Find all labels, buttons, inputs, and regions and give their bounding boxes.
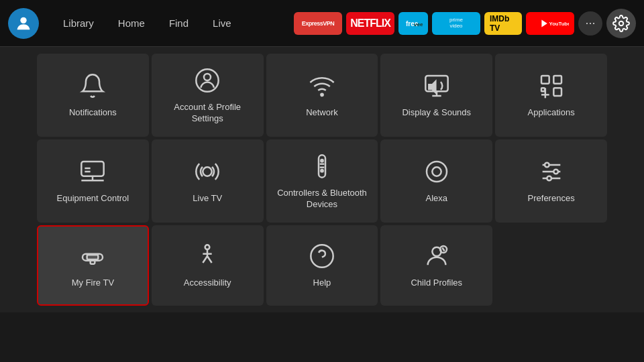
display-sound-icon — [422, 71, 451, 101]
tile-alexa[interactable]: Alexa — [380, 139, 492, 223]
equipment-control-label: Equipment Control — [57, 193, 129, 204]
preferences-label: Preferences — [528, 193, 575, 204]
freevee-button[interactable]: free vee — [398, 12, 428, 35]
tile-notifications[interactable]: Notifications — [37, 54, 149, 137]
tile-help[interactable]: Help — [266, 225, 378, 306]
tile-live-tv[interactable]: Live TV — [152, 139, 264, 223]
tile-accessibility[interactable]: Accessibility — [152, 225, 264, 306]
my-fire-tv-label: My Fire TV — [72, 278, 114, 289]
tile-child-profiles[interactable]: Child Profiles — [380, 225, 492, 306]
imdb-button[interactable]: IMDb TV — [484, 12, 522, 35]
svg-point-36 — [553, 170, 558, 174]
nav-links: Library Home Find Live — [51, 12, 244, 34]
notifications-label: Notifications — [69, 107, 117, 119]
svg-point-43 — [311, 245, 333, 267]
svg-point-41 — [205, 245, 210, 249]
svg-point-7 — [619, 21, 624, 25]
svg-rect-25 — [319, 155, 325, 177]
controllers-bluetooth-label: Controllers & Bluetooth Devices — [273, 188, 372, 210]
nav-home[interactable]: Home — [106, 12, 157, 34]
remote-icon — [307, 152, 337, 181]
display-sounds-label: Display & Sounds — [402, 107, 471, 119]
nav-live[interactable]: Live — [201, 12, 244, 34]
accessibility-label: Accessibility — [184, 278, 231, 289]
tile-network[interactable]: Network — [266, 54, 378, 137]
alexa-label: Alexa — [426, 193, 448, 204]
monitor-icon — [78, 157, 107, 186]
app-shortcuts: ExpressVPN NETFLIX free vee primevideo I… — [294, 9, 636, 38]
primevideo-button[interactable]: primevideo — [432, 12, 480, 35]
tile-applications[interactable]: Applications — [495, 54, 607, 137]
applications-label: Applications — [528, 107, 575, 119]
sliders-icon — [537, 157, 566, 186]
tile-my-fire-tv[interactable]: My Fire TV — [37, 225, 149, 306]
user-avatar[interactable] — [8, 8, 39, 39]
child-profiles-label: Child Profiles — [411, 278, 462, 289]
expressvpn-button[interactable]: ExpressVPN — [294, 12, 342, 35]
svg-rect-16 — [541, 88, 545, 92]
nav-library[interactable]: Library — [51, 12, 106, 34]
child-profile-icon — [422, 241, 451, 271]
svg-point-9 — [204, 74, 211, 80]
svg-text:vee: vee — [414, 21, 423, 27]
svg-line-47 — [442, 248, 444, 251]
svg-point-35 — [545, 163, 549, 168]
tile-preferences[interactable]: Preferences — [495, 139, 607, 223]
more-apps-button[interactable]: ··· — [578, 11, 602, 36]
live-tv-label: Live TV — [193, 193, 222, 204]
tile-account-profile[interactable]: Account & Profile Settings — [152, 54, 264, 137]
settings-content: Notifications Account & Profile Settings… — [0, 47, 644, 312]
bell-icon — [78, 71, 107, 101]
accessibility-icon — [193, 241, 222, 271]
svg-point-37 — [547, 176, 551, 181]
person-circle-icon — [193, 66, 222, 95]
svg-rect-40 — [87, 255, 99, 259]
help-circle-icon — [307, 241, 337, 271]
help-label: Help — [313, 278, 331, 289]
account-profile-label: Account & Profile Settings — [158, 102, 257, 125]
svg-point-29 — [321, 170, 323, 172]
svg-point-0 — [20, 17, 26, 23]
settings-button[interactable] — [606, 9, 636, 38]
svg-rect-14 — [553, 76, 561, 84]
wifi-icon — [307, 71, 337, 101]
tile-equipment-control[interactable]: Equipment Control — [37, 139, 149, 223]
apps-grid-icon — [537, 71, 566, 101]
tile-display-sounds[interactable]: Display & Sounds — [380, 54, 492, 137]
netflix-button[interactable]: NETFLIX — [346, 12, 394, 35]
svg-rect-39 — [91, 261, 95, 264]
svg-rect-15 — [553, 88, 561, 97]
svg-point-10 — [321, 94, 323, 96]
svg-point-31 — [432, 168, 441, 176]
tile-controllers-bluetooth[interactable]: Controllers & Bluetooth Devices — [266, 139, 378, 223]
settings-grid: Notifications Account & Profile Settings… — [37, 54, 607, 306]
network-label: Network — [306, 107, 338, 119]
top-navigation: Library Home Find Live ExpressVPN NETFLI… — [0, 0, 644, 47]
nav-find[interactable]: Find — [157, 12, 201, 34]
youtube-button[interactable]: YouTube — [526, 12, 574, 35]
antenna-icon — [193, 157, 222, 186]
svg-point-24 — [203, 168, 212, 176]
svg-point-26 — [321, 160, 323, 162]
svg-text:YouTube: YouTube — [549, 21, 569, 27]
svg-rect-13 — [541, 76, 549, 84]
alexa-ring-icon — [422, 157, 451, 186]
fire-stick-icon — [78, 241, 107, 271]
